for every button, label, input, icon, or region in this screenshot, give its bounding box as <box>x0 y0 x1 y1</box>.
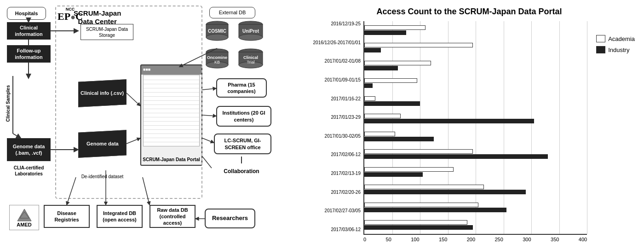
bar-industry <box>364 30 406 35</box>
y-label: 2017/02/13-19 <box>304 171 361 176</box>
svg-line-31 <box>202 138 214 143</box>
x-label: 0 <box>363 237 366 242</box>
svg-point-6 <box>239 34 263 41</box>
legend-academia-box <box>596 35 605 42</box>
collaboration-label: Collaboration <box>214 168 269 174</box>
bar-industry <box>364 83 373 88</box>
data-center-title: SCRUM-JapanData Center <box>74 9 121 26</box>
bar-row <box>364 163 587 180</box>
x-label: 50 <box>386 237 391 242</box>
bar-group <box>364 163 587 180</box>
flow-diagram: NCC EP●C SCRUM-JapanData Center Hospital… <box>5 5 294 245</box>
bar-industry <box>364 208 506 212</box>
bar-academia <box>364 43 473 47</box>
chart-x-labels: 050100150200250300350400 <box>363 237 587 242</box>
bar-row <box>364 128 587 145</box>
bar-row <box>364 74 587 92</box>
bar-row <box>364 39 587 56</box>
legend-industry-label: Industry <box>608 47 629 53</box>
svg-line-35 <box>143 177 150 205</box>
disease-registries-box: Disease Registries <box>44 205 90 228</box>
x-label: 300 <box>523 237 531 242</box>
legend-industry-box <box>596 46 605 53</box>
bar-industry <box>364 137 434 141</box>
bar-academia <box>364 167 454 172</box>
svg-line-34 <box>67 177 76 205</box>
chart-y-labels: 2016/12/19-252016/12/26-2017/01/012017/0… <box>304 21 363 242</box>
svg-text:Trial: Trial <box>247 60 254 64</box>
svg-text:UniProt: UniProt <box>242 29 259 34</box>
y-label: 2017/02/20-26 <box>304 190 361 195</box>
chart-title: Access Count to the SCRUM-Japan Data Por… <box>304 7 635 17</box>
bar-academia <box>364 203 478 207</box>
bar-industry <box>364 101 420 106</box>
bar-industry <box>364 172 423 177</box>
hospitals-box: Hospitals <box>7 7 46 20</box>
bar-group <box>364 110 587 127</box>
bar-industry <box>364 154 548 159</box>
diagram-panel: NCC EP●C SCRUM-JapanData Center Hospital… <box>0 0 299 250</box>
chart-panel: Access Count to the SCRUM-Japan Data Por… <box>299 0 644 250</box>
researchers-box: Researchers <box>205 209 255 228</box>
svg-text:COSMIC: COSMIC <box>208 29 226 34</box>
chart-main: 050100150200250300350400 <box>363 21 587 242</box>
svg-point-2 <box>206 34 228 41</box>
y-label: 2017/02/06-12 <box>304 152 361 157</box>
y-label: 2017/01/16-22 <box>304 96 361 101</box>
de-identified-label: De-identified dataset <box>78 174 126 179</box>
grid-line <box>587 21 587 234</box>
svg-text:Oncomine: Oncomine <box>207 55 227 60</box>
bar-academia <box>364 114 401 118</box>
clinical-trial-db: Clinical Trial <box>237 48 264 71</box>
external-db-box: External DB <box>209 7 255 18</box>
amed-logo: AMED <box>9 205 39 230</box>
bar-academia <box>364 185 484 189</box>
institutions-box: Institutions (20 GI centers) <box>216 106 271 127</box>
bar-row <box>364 145 587 163</box>
integrated-db-box: Integrated DB (open access) <box>97 205 143 228</box>
svg-line-27 <box>126 93 140 106</box>
lc-scrum-box: LC-SCRUM, GI-SCREEN office <box>214 134 271 154</box>
bar-group <box>364 180 587 198</box>
y-label: 2017/01/23-29 <box>304 115 361 120</box>
bar-group <box>364 21 587 39</box>
y-label: 2017/01/30-02/05 <box>304 134 361 139</box>
bar-row <box>364 216 587 233</box>
portal-screen-content <box>143 75 200 146</box>
clinical-info-csv-box: Clinical info (.csv) <box>78 79 126 107</box>
y-label: 2016/12/19-25 <box>304 21 361 26</box>
chart-bars <box>363 21 587 235</box>
svg-line-25 <box>13 134 21 138</box>
bar-row <box>364 110 587 127</box>
svg-line-29 <box>202 88 216 90</box>
bar-industry <box>364 190 526 194</box>
bar-group <box>364 57 587 74</box>
bar-row <box>364 21 587 39</box>
chart-legend: Academia Industry <box>596 35 635 242</box>
x-label: 100 <box>411 237 419 242</box>
scrum-storage-box: SCRUM-Japan Data Storage <box>80 24 133 40</box>
y-label: 2017/03/06-12 <box>304 227 361 232</box>
bar-academia <box>364 78 417 83</box>
bar-group <box>364 198 587 216</box>
x-label: 150 <box>439 237 447 242</box>
portal-screen-box: ■■■ SCRUM-Japan Data Portal <box>140 64 202 166</box>
svg-text:Clinical: Clinical <box>243 55 258 60</box>
x-label: 350 <box>551 237 559 242</box>
x-label: 250 <box>494 237 503 242</box>
bar-academia <box>364 132 395 136</box>
svg-line-28 <box>126 138 140 144</box>
x-label: 200 <box>467 237 475 242</box>
bar-group <box>364 39 587 56</box>
bar-row <box>364 180 587 198</box>
x-label: 400 <box>579 237 587 242</box>
svg-line-32 <box>202 157 212 168</box>
portal-screen-titlebar: ■■■ <box>141 65 201 75</box>
clinical-samples-label: Clinical Samples <box>6 85 19 123</box>
bar-academia <box>364 61 431 65</box>
bar-row <box>364 57 587 74</box>
pharma-box: Pharma (15 companies) <box>216 78 267 98</box>
clia-label: CLIA-certified Laboratories <box>7 165 51 177</box>
bar-academia <box>364 220 467 225</box>
bar-industry <box>364 66 398 70</box>
